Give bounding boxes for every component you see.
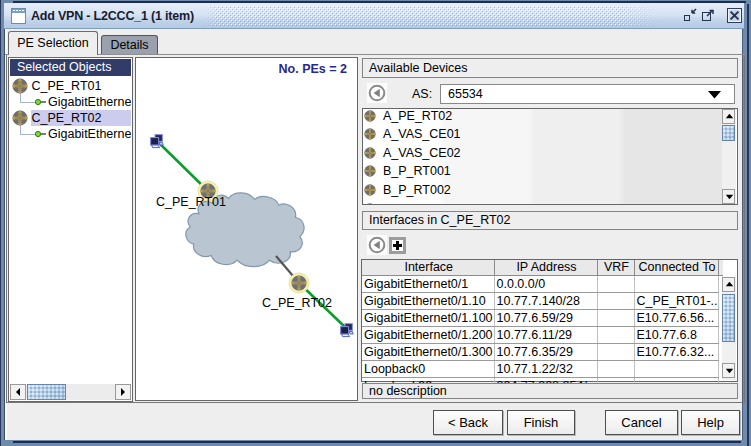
svg-text:C_PE_RT01: C_PE_RT01 [156,195,226,209]
svg-text:C_PE_RT02: C_PE_RT02 [262,296,332,310]
